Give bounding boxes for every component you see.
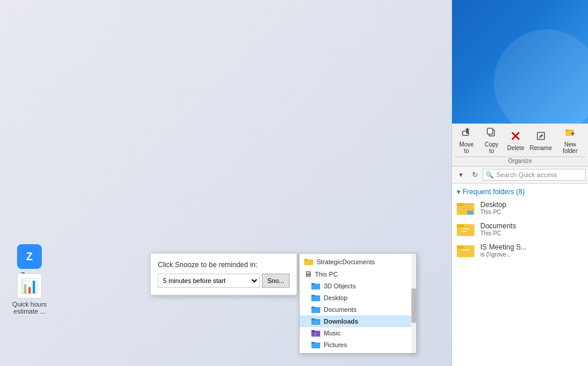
delete-icon — [510, 131, 521, 144]
frequent-folders-label: Frequent folders (8) — [463, 188, 524, 196]
frequent-sub-documents: This PC — [480, 230, 516, 237]
fe-nav: ▾ ↻ 🔍 Search Quick access — [452, 167, 588, 184]
svg-rect-8 — [311, 307, 315, 308]
frequent-item-meeting[interactable]: IS Meeting S... is (\\grove... — [452, 239, 588, 261]
tree-item-thispc[interactable]: 🖥 This PC — [300, 268, 416, 280]
nav-dropdown-btn[interactable]: ▾ — [454, 168, 467, 181]
frequent-name-meeting: IS Meeting S... — [480, 243, 527, 251]
tree-item-pictures[interactable]: Pictures — [300, 339, 416, 351]
reminder-controls: 5 minutes before start Sno... — [158, 274, 290, 288]
move-to-label: Move to — [457, 141, 476, 154]
tree-label-downloads: Downloads — [324, 318, 358, 325]
svg-rect-33 — [461, 231, 467, 232]
svg-rect-32 — [461, 228, 470, 229]
search-placeholder: Search Quick access — [496, 171, 557, 178]
delete-label: Delete — [507, 145, 524, 151]
file-explorer: Move to Copy to Delete Ren — [451, 0, 588, 366]
folder-icon-desktop-lg — [457, 199, 476, 216]
copy-to-label: Copy to — [482, 141, 501, 154]
copy-to-button[interactable]: Copy to — [480, 126, 503, 155]
tree-label: Pictures — [324, 341, 347, 348]
fe-ribbon: Move to Copy to Delete Ren — [452, 124, 588, 167]
frequent-item-desktop[interactable]: Desktop This PC — [452, 197, 588, 218]
frequent-info-meeting: IS Meeting S... is (\\grove... — [480, 243, 527, 258]
zoom-icon: Z — [17, 244, 42, 269]
excel-label: Quick hours estimate ... — [6, 301, 53, 315]
tree-item-documents[interactable]: Documents — [300, 304, 416, 315]
move-to-button[interactable]: Move to — [454, 126, 479, 155]
file-tree-popup: StrategicDocuments 🖥 This PC 3D Objects … — [299, 253, 417, 354]
svg-rect-35 — [457, 245, 464, 248]
new-folder-label: New folder — [557, 141, 583, 154]
folder-icon — [304, 258, 314, 266]
copy-to-icon — [486, 127, 497, 140]
svg-rect-16 — [311, 342, 315, 344]
tree-label: Documents — [324, 306, 357, 313]
svg-rect-6 — [311, 295, 315, 297]
tree-item-desktop[interactable]: Desktop — [300, 292, 416, 304]
folder-icon-music: ♪ — [311, 329, 321, 337]
delete-button[interactable]: Delete — [504, 129, 527, 152]
reminder-label: Click Snooze to be reminded in: — [158, 261, 290, 269]
rename-icon — [536, 131, 546, 144]
folder-icon-documents-lg — [457, 221, 476, 237]
new-folder-button[interactable]: New folder — [554, 126, 586, 155]
tree-item-downloads[interactable]: ↓ Downloads — [300, 315, 416, 327]
search-icon: 🔍 — [486, 171, 494, 179]
frequent-folders: ▾ Frequent folders (8) Desktop This PC — [452, 184, 588, 263]
frequent-item-documents[interactable]: Documents This PC — [452, 218, 588, 239]
folder-icon-3d — [311, 282, 321, 290]
frequent-folders-header[interactable]: ▾ Frequent folders (8) — [452, 187, 588, 197]
reminder-select[interactable]: 5 minutes before start — [158, 274, 260, 288]
svg-text:↓: ↓ — [314, 320, 317, 324]
svg-rect-24 — [566, 129, 569, 131]
tree-label: This PC — [315, 271, 338, 278]
rename-label: Rename — [530, 145, 552, 151]
frequent-name-documents: Documents — [480, 222, 516, 230]
tree-label: 3D Objects — [324, 282, 356, 290]
new-folder-icon — [565, 127, 576, 140]
tree-item-music[interactable]: ♪ Music — [300, 327, 416, 339]
nav-search-box[interactable]: 🔍 Search Quick access — [483, 169, 586, 181]
tree-label: Desktop — [324, 294, 347, 301]
frequent-info-documents: Documents This PC — [480, 222, 516, 237]
svg-rect-36 — [461, 249, 470, 251]
tree-label: Music — [324, 330, 341, 337]
ribbon-buttons: Move to Copy to Delete Ren — [454, 126, 586, 155]
svg-rect-31 — [457, 224, 464, 227]
scrollbar-thumb[interactable] — [411, 288, 416, 323]
svg-text:♪: ♪ — [314, 332, 317, 336]
svg-rect-29 — [467, 211, 473, 215]
tree-label: StrategicDocuments — [317, 258, 375, 265]
frequent-info-desktop: Desktop This PC — [480, 201, 506, 215]
tree-item-strategic[interactable]: StrategicDocuments — [300, 256, 416, 268]
svg-rect-19 — [487, 128, 493, 134]
reminder-popup: Click Snooze to be reminded in: 5 minute… — [150, 253, 297, 295]
frequent-name-desktop: Desktop — [480, 201, 506, 209]
svg-rect-28 — [457, 203, 464, 206]
excel-icon: 📊 — [17, 274, 42, 298]
folder-icon-desktop — [311, 294, 321, 302]
tree-item-3dobjects[interactable]: 3D Objects — [300, 280, 416, 292]
folder-icon-pictures — [311, 341, 321, 349]
svg-rect-4 — [311, 283, 315, 285]
folder-icon-docs — [311, 305, 321, 314]
folder-icon-downloads: ↓ — [311, 317, 321, 325]
nav-refresh-btn[interactable]: ↻ — [469, 168, 481, 181]
organize-label: Organize — [454, 157, 586, 165]
snooze-button[interactable]: Sno... — [262, 274, 290, 288]
folder-icon-meeting-lg — [457, 242, 476, 258]
scrollbar-track — [411, 254, 416, 353]
chevron-down-icon: ▾ — [457, 188, 460, 196]
move-to-icon — [461, 127, 472, 140]
rename-button[interactable]: Rename — [528, 129, 553, 152]
desktop-icon-excel[interactable]: 📊 Quick hours estimate ... — [6, 274, 53, 315]
computer-icon: 🖥 — [304, 269, 312, 278]
frequent-sub-meeting: is (\\grove... — [480, 251, 527, 258]
svg-rect-2 — [304, 259, 308, 261]
fe-header — [452, 0, 588, 124]
frequent-sub-desktop: This PC — [480, 209, 506, 215]
